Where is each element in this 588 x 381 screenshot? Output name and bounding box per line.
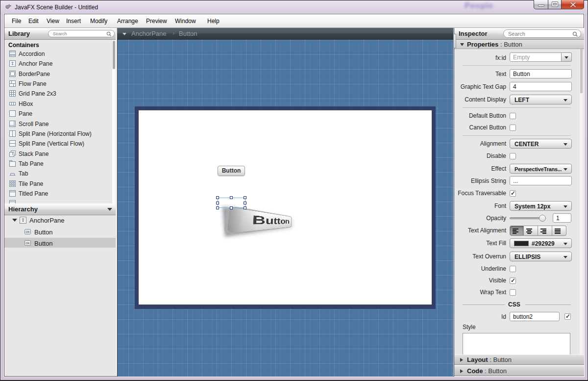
svg-text:OK: OK [25, 230, 30, 233]
svg-text:OK: OK [25, 242, 30, 245]
